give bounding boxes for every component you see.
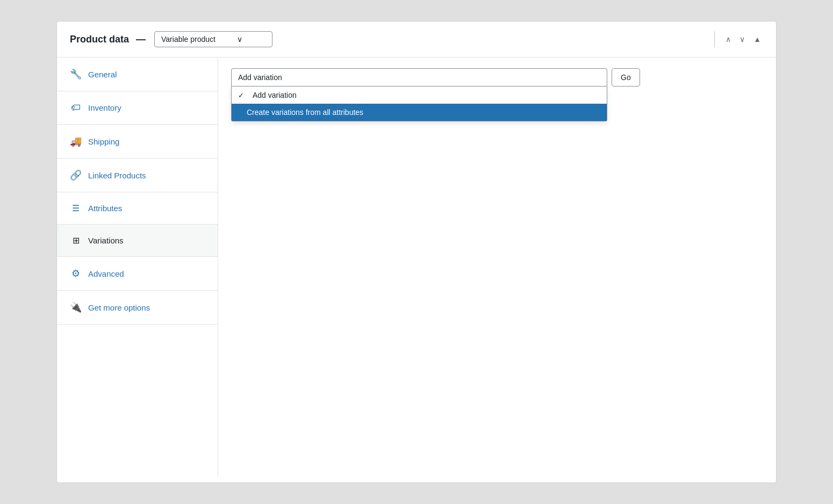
sidebar-item-inventory[interactable]: 🏷 Inventory xyxy=(57,91,218,125)
collapse-down-button[interactable]: ∨ xyxy=(737,33,747,46)
sidebar-item-advanced[interactable]: ⚙ Advanced xyxy=(57,257,218,291)
collapse-up-button[interactable]: ∧ xyxy=(723,33,733,46)
variation-select-wrapper: Add variation Add variation Create varia… xyxy=(231,68,607,87)
sidebar-item-attributes[interactable]: ☰ Attributes xyxy=(57,192,218,225)
variation-selected-label: Add variation xyxy=(238,73,282,82)
sidebar-item-general[interactable]: 🔧 General xyxy=(57,57,218,91)
add-variation-label: Add variation xyxy=(253,91,297,99)
variation-dropdown-menu[interactable]: Add variation Create variations from all… xyxy=(231,87,607,121)
variation-select[interactable]: Add variation xyxy=(231,68,607,87)
panel-body: 🔧 General 🏷 Inventory 🚚 Shipping 🔗 Linke… xyxy=(57,57,776,477)
header-arrows: ∧ ∨ ▲ xyxy=(723,33,763,46)
vertical-divider xyxy=(714,31,715,47)
title-dash: — xyxy=(136,34,146,45)
dropdown-item-add-variation[interactable]: Add variation xyxy=(232,87,607,104)
sidebar-item-label: Inventory xyxy=(88,103,121,112)
tag-icon: 🏷 xyxy=(70,102,82,113)
sidebar-item-label: Linked Products xyxy=(88,171,146,180)
product-data-panel: Product data — Variable product ∨ ∧ ∨ ▲ … xyxy=(56,21,777,483)
gear-icon: ⚙ xyxy=(70,268,82,279)
list-icon: ☰ xyxy=(70,203,82,213)
sidebar-item-label: General xyxy=(88,70,117,79)
sidebar-item-shipping[interactable]: 🚚 Shipping xyxy=(57,125,218,159)
panel-header: Product data — Variable product ∨ ∧ ∨ ▲ xyxy=(57,21,776,57)
sidebar: 🔧 General 🏷 Inventory 🚚 Shipping 🔗 Linke… xyxy=(57,57,218,477)
sidebar-item-label: Advanced xyxy=(88,269,124,278)
sidebar-item-get-more-options[interactable]: 🔌 Get more options xyxy=(57,291,218,325)
link-icon: 🔗 xyxy=(70,169,82,181)
sidebar-item-linked-products[interactable]: 🔗 Linked Products xyxy=(57,159,218,192)
variations-controls: Add variation Add variation Create varia… xyxy=(231,68,763,87)
chevron-down-icon: ∨ xyxy=(237,35,242,44)
grid-icon: ⊞ xyxy=(70,235,82,246)
sidebar-item-label: Get more options xyxy=(88,303,150,312)
wrench-icon: 🔧 xyxy=(70,68,82,80)
plugin-icon: 🔌 xyxy=(70,301,82,313)
sidebar-item-label: Shipping xyxy=(88,137,119,146)
truck-icon: 🚚 xyxy=(70,135,82,147)
dropdown-item-create-variations[interactable]: Create variations from all attributes xyxy=(232,104,607,121)
create-variations-label: Create variations from all attributes xyxy=(247,108,363,117)
sidebar-item-label: Attributes xyxy=(88,204,122,213)
go-button[interactable]: Go xyxy=(612,68,640,87)
expand-button[interactable]: ▲ xyxy=(751,33,763,46)
product-type-select[interactable]: Variable product ∨ xyxy=(154,31,272,47)
sidebar-item-variations[interactable]: ⊞ Variations xyxy=(57,225,218,257)
panel-title: Product data — xyxy=(70,34,146,45)
product-type-label: Variable product xyxy=(161,35,216,44)
title-text: Product data xyxy=(70,34,129,45)
main-content: Add variation Add variation Create varia… xyxy=(218,57,776,477)
sidebar-item-label: Variations xyxy=(88,236,124,245)
